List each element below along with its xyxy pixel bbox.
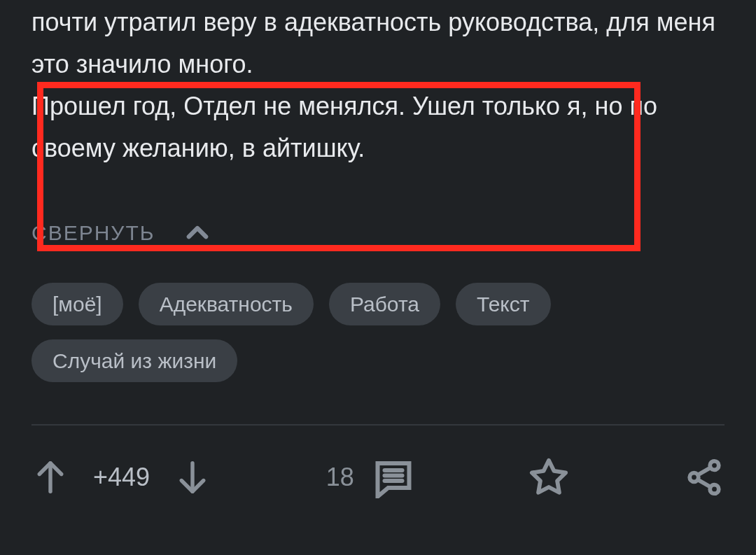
tag-chip[interactable]: Адекватность <box>139 283 314 325</box>
tag-chip[interactable]: Случай из жизни <box>31 339 237 382</box>
post-text-line-1: почти утратил веру в адекватность руково… <box>31 8 715 78</box>
comments-button[interactable]: 18 <box>326 456 414 498</box>
post-body-text: почти утратил веру в адекватность руково… <box>31 0 724 169</box>
tag-chip[interactable]: [моё] <box>31 283 123 325</box>
post-container: почти утратил веру в адекватность руково… <box>0 0 756 498</box>
tag-chip[interactable]: Текст <box>456 283 551 325</box>
svg-line-10 <box>698 479 710 486</box>
vote-score: +449 <box>93 463 150 492</box>
upvote-button[interactable] <box>31 458 69 496</box>
tag-list: [моё] Адекватность Работа Текст Случай и… <box>31 283 724 382</box>
svg-marker-5 <box>532 461 566 493</box>
vote-group: +449 <box>31 458 211 496</box>
action-bar: +449 18 <box>31 426 724 498</box>
chevron-up-icon <box>183 218 212 248</box>
downvote-button[interactable] <box>174 458 211 496</box>
bookmark-button[interactable] <box>528 457 569 498</box>
svg-line-9 <box>698 468 710 475</box>
collapse-label: СВЕРНУТЬ <box>31 221 155 245</box>
comments-count: 18 <box>326 463 354 492</box>
post-text-line-2: Прошел год, Отдел не менялся. Ушел тольк… <box>31 92 657 162</box>
collapse-button[interactable]: СВЕРНУТЬ <box>31 218 724 248</box>
comment-icon <box>372 456 414 498</box>
tag-chip[interactable]: Работа <box>329 283 440 325</box>
share-button[interactable] <box>684 457 724 498</box>
